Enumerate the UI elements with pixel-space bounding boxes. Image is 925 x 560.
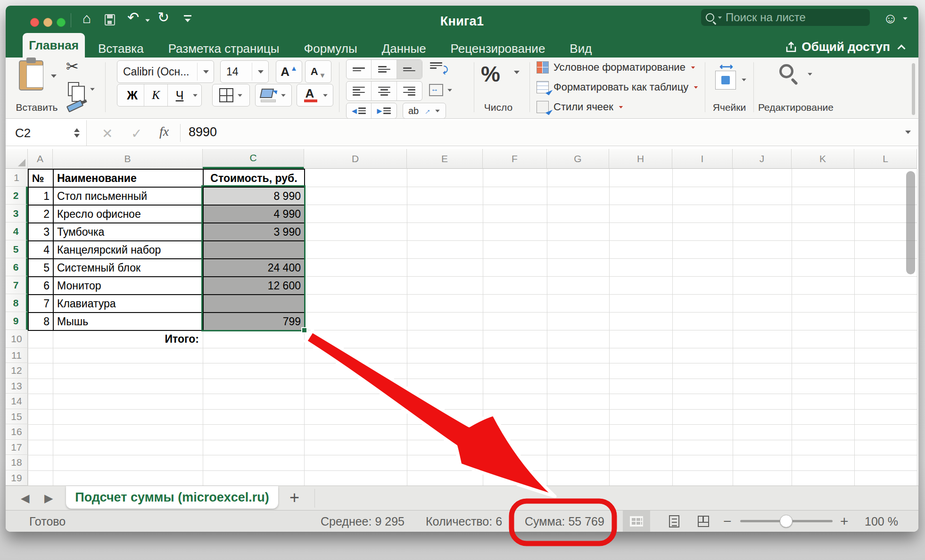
borders-button[interactable] — [212, 84, 250, 107]
add-sheet-button[interactable]: + — [289, 488, 299, 508]
formula-bar-expand-icon[interactable] — [905, 131, 911, 134]
tab-recenzirovanie[interactable]: Рецензирование — [451, 41, 545, 56]
row-header-10[interactable]: 10 — [6, 330, 28, 348]
zoom-out-button[interactable]: − — [723, 513, 732, 529]
column-header-i[interactable]: I — [672, 149, 733, 169]
zoom-in-button[interactable]: + — [840, 513, 849, 529]
cell-c4[interactable]: 3 990 — [203, 222, 305, 241]
paste-button[interactable] — [19, 60, 43, 91]
shrink-font-button[interactable]: А▼ — [305, 60, 331, 83]
align-left-button[interactable] — [347, 82, 372, 100]
tab-formuly[interactable]: Формулы — [304, 41, 357, 56]
editing-button[interactable] — [779, 64, 793, 78]
row-header-14[interactable]: 14 — [6, 394, 28, 409]
underline-dropdown-icon[interactable] — [193, 94, 198, 97]
row-header-12[interactable]: 12 — [6, 363, 28, 379]
tab-glavnaya[interactable]: Главная — [23, 33, 85, 58]
view-page-layout-button[interactable] — [661, 511, 687, 532]
cut-icon[interactable]: ✂ — [66, 58, 79, 75]
column-header-g[interactable]: G — [547, 149, 609, 169]
font-size-select[interactable]: 14 — [220, 60, 269, 83]
tab-razmetka[interactable]: Разметка страницы — [168, 41, 280, 56]
italic-button[interactable]: К — [144, 84, 168, 106]
cell-b6[interactable]: Системный блок — [53, 258, 204, 277]
editing-dropdown-icon[interactable] — [808, 73, 812, 76]
cancel-icon[interactable]: ✕ — [102, 126, 113, 141]
cell-b9[interactable]: Мышь — [53, 312, 204, 331]
row-header-2[interactable]: 2 — [6, 187, 28, 205]
column-header-b[interactable]: B — [53, 149, 203, 169]
cell-b8[interactable]: Клавиатура — [53, 294, 204, 313]
tab-vstavka[interactable]: Вставка — [98, 41, 144, 56]
sheet-nav-right-icon[interactable]: ▶ — [44, 492, 53, 505]
cell-c9[interactable]: 799 — [203, 312, 305, 331]
row-header-6[interactable]: 6 — [6, 258, 28, 276]
zoom-slider-thumb[interactable] — [780, 515, 793, 527]
align-top-button[interactable] — [347, 60, 372, 79]
view-normal-button[interactable] — [623, 511, 650, 532]
decrease-indent-button[interactable]: ◀ — [347, 103, 372, 118]
fill-handle[interactable] — [301, 327, 307, 333]
row-header-15[interactable]: 15 — [6, 409, 28, 424]
cell-b5[interactable]: Канцелярский набор — [53, 240, 204, 259]
cell-b2[interactable]: Стол письменный — [53, 187, 204, 206]
cell-a2[interactable]: 1 — [28, 187, 54, 206]
bold-button[interactable]: Ж — [121, 84, 144, 106]
row-header-13[interactable]: 13 — [6, 379, 28, 394]
orientation-button[interactable]: ab → — [403, 103, 446, 119]
fx-icon[interactable]: fx — [159, 124, 169, 139]
cell-a6[interactable]: 5 — [28, 258, 54, 277]
view-page-break-button[interactable] — [690, 511, 717, 532]
cell-c6[interactable]: 24 400 — [203, 258, 305, 277]
fill-color-button[interactable] — [255, 84, 292, 107]
cell-b1[interactable]: Наименование — [53, 169, 204, 188]
share-button[interactable]: Общий доступ — [785, 40, 904, 54]
row-header-17[interactable]: 17 — [6, 440, 28, 455]
search-scope-dropdown-icon[interactable] — [718, 16, 722, 19]
merge-cells-button[interactable]: ↔ — [429, 84, 453, 96]
collapse-ribbon-icon[interactable] — [898, 44, 906, 52]
cell-a1[interactable]: № — [28, 169, 54, 188]
cell-c2-active[interactable]: 8 990 — [203, 187, 305, 206]
row-header-19[interactable]: 19 — [6, 470, 28, 486]
sheet-tab-active[interactable]: Подсчет суммы (microexcel.ru) — [66, 486, 278, 509]
number-format-button[interactable]: % — [481, 61, 500, 87]
align-center-button[interactable] — [372, 82, 396, 100]
cell-a5[interactable]: 4 — [28, 240, 54, 259]
confirm-icon[interactable]: ✓ — [131, 126, 142, 141]
cells-dropdown-icon[interactable] — [742, 79, 746, 82]
copy-dropdown-icon[interactable] — [90, 88, 95, 91]
cell-c7[interactable]: 12 600 — [203, 276, 305, 295]
row-header-3[interactable]: 3 — [6, 205, 28, 222]
cell-a7[interactable]: 6 — [28, 276, 54, 295]
column-header-f[interactable]: F — [483, 149, 547, 169]
column-header-d[interactable]: D — [304, 149, 407, 169]
row-header-5[interactable]: 5 — [6, 240, 28, 258]
search-input[interactable] — [726, 11, 853, 24]
cell-a9[interactable]: 8 — [28, 312, 54, 331]
name-box[interactable]: C2 — [6, 120, 87, 146]
cell-b10-total[interactable]: Итого: — [53, 330, 203, 348]
cell-c3[interactable]: 4 990 — [203, 205, 305, 223]
font-name-select[interactable]: Calibri (Осн... — [117, 60, 214, 83]
wrap-text-icon[interactable]: ⤸ — [430, 62, 442, 69]
tab-vid[interactable]: Вид — [570, 41, 592, 56]
smiley-dropdown-icon[interactable] — [903, 17, 908, 20]
row-header-7[interactable]: 7 — [6, 276, 28, 294]
search-box[interactable] — [701, 9, 870, 26]
row-header-11[interactable]: 11 — [6, 348, 28, 363]
cell-b7[interactable]: Монитор — [53, 276, 204, 295]
column-header-c[interactable]: C — [203, 149, 304, 169]
column-header-a[interactable]: A — [28, 149, 53, 169]
tab-dannye[interactable]: Данные — [382, 41, 426, 56]
row-header-16[interactable]: 16 — [6, 424, 28, 440]
column-header-e[interactable]: E — [407, 149, 483, 169]
name-box-spinner[interactable] — [74, 128, 80, 138]
cell-styles-button[interactable]: Стили ячеек — [537, 101, 624, 113]
row-header-8[interactable]: 8 — [6, 294, 28, 312]
column-header-h[interactable]: H — [609, 149, 672, 169]
cell-a3[interactable]: 2 — [28, 205, 54, 223]
cells-button[interactable] — [715, 71, 736, 90]
select-all-corner[interactable] — [6, 149, 28, 169]
copy-icon[interactable] — [68, 82, 79, 96]
